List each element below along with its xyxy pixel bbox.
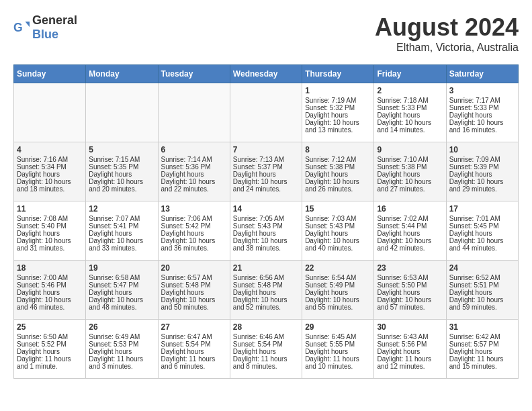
day-cell: 30Sunrise: 6:43 AMSunset: 5:56 PMDayligh…: [374, 320, 446, 379]
week-row-1: 1Sunrise: 7:19 AMSunset: 5:32 PMDaylight…: [14, 83, 519, 142]
daylight-value: Daylight: 10 hours and 59 minutes.: [449, 296, 515, 311]
day-cell: 7Sunrise: 7:13 AMSunset: 5:37 PMDaylight…: [230, 142, 302, 201]
logo: G General Blue: [13, 13, 77, 42]
daylight-label: Daylight hours: [233, 289, 299, 296]
daylight-value: Daylight: 10 hours and 14 minutes.: [377, 119, 443, 134]
day-cell: 26Sunrise: 6:49 AMSunset: 5:53 PMDayligh…: [86, 320, 158, 379]
day-number: 1: [305, 86, 371, 95]
daylight-label: Daylight hours: [377, 171, 443, 178]
day-cell: 29Sunrise: 6:45 AMSunset: 5:55 PMDayligh…: [302, 320, 374, 379]
daylight-value: Daylight: 10 hours and 52 minutes.: [233, 296, 299, 311]
day-cell: 20Sunrise: 6:57 AMSunset: 5:48 PMDayligh…: [158, 261, 230, 320]
sunset-text: Sunset: 5:46 PM: [17, 281, 83, 289]
daylight-value: Daylight: 10 hours and 29 minutes.: [449, 178, 515, 193]
sunrise-text: Sunrise: 6:50 AM: [17, 333, 83, 340]
daylight-value: Daylight: 10 hours and 24 minutes.: [233, 178, 299, 193]
daylight-value: Daylight: 10 hours and 33 minutes.: [89, 237, 154, 252]
daylight-label: Daylight hours: [305, 289, 371, 296]
daylight-label: Daylight hours: [305, 348, 371, 355]
sunset-text: Sunset: 5:34 PM: [17, 163, 83, 171]
day-number: 30: [377, 322, 443, 332]
day-number: 28: [233, 322, 299, 332]
day-cell: 15Sunrise: 7:03 AMSunset: 5:43 PMDayligh…: [302, 201, 374, 261]
daylight-label: Daylight hours: [89, 289, 154, 296]
daylight-label: Daylight hours: [89, 171, 154, 178]
day-cell: 23Sunrise: 6:53 AMSunset: 5:50 PMDayligh…: [374, 261, 446, 320]
daylight-label: Daylight hours: [449, 171, 515, 178]
logo-text-general: General: [32, 13, 77, 27]
svg-marker-1: [26, 21, 30, 27]
daylight-value: Daylight: 10 hours and 13 minutes.: [305, 119, 371, 134]
daylight-label: Daylight hours: [161, 171, 227, 178]
header-row: SundayMondayTuesdayWednesdayThursdayFrid…: [14, 65, 519, 83]
header-day-saturday: Saturday: [446, 65, 518, 83]
daylight-label: Daylight hours: [233, 171, 299, 178]
day-cell: 5Sunrise: 7:15 AMSunset: 5:35 PMDaylight…: [86, 142, 158, 201]
sunrise-text: Sunrise: 7:06 AM: [161, 215, 227, 222]
daylight-value: Daylight: 10 hours and 31 minutes.: [17, 237, 83, 252]
daylight-label: Daylight hours: [377, 230, 443, 237]
sunset-text: Sunset: 5:55 PM: [305, 340, 371, 348]
sunrise-text: Sunrise: 7:19 AM: [305, 97, 371, 104]
day-number: 11: [17, 204, 83, 214]
daylight-label: Daylight hours: [449, 230, 515, 237]
page-header: G General Blue August 2024 Eltham, Victo…: [13, 13, 519, 54]
daylight-label: Daylight hours: [449, 111, 515, 119]
header-day-thursday: Thursday: [302, 65, 374, 83]
daylight-value: Daylight: 11 hours and 8 minutes.: [233, 355, 299, 370]
header-day-sunday: Sunday: [14, 65, 86, 83]
day-cell: 2Sunrise: 7:18 AMSunset: 5:33 PMDaylight…: [374, 83, 446, 142]
sunrise-text: Sunrise: 6:49 AM: [89, 333, 154, 340]
daylight-label: Daylight hours: [17, 289, 83, 296]
sunset-text: Sunset: 5:37 PM: [233, 163, 299, 171]
sunset-text: Sunset: 5:44 PM: [377, 222, 443, 230]
day-number: 19: [89, 263, 154, 273]
sunset-text: Sunset: 5:45 PM: [449, 222, 515, 230]
day-cell: 31Sunrise: 6:42 AMSunset: 5:57 PMDayligh…: [446, 320, 518, 379]
daylight-value: Daylight: 10 hours and 38 minutes.: [233, 237, 299, 252]
sunrise-text: Sunrise: 7:00 AM: [17, 274, 83, 281]
daylight-label: Daylight hours: [305, 111, 371, 119]
sunrise-text: Sunrise: 6:53 AM: [377, 274, 443, 281]
daylight-value: Daylight: 10 hours and 36 minutes.: [161, 237, 227, 252]
sunset-text: Sunset: 5:43 PM: [233, 222, 299, 230]
day-number: 5: [89, 145, 154, 154]
sunrise-text: Sunrise: 7:10 AM: [377, 156, 443, 163]
sunset-text: Sunset: 5:40 PM: [17, 222, 83, 230]
sunrise-text: Sunrise: 7:15 AM: [89, 156, 154, 163]
logo-text-blue: Blue: [32, 28, 58, 41]
day-cell: 8Sunrise: 7:12 AMSunset: 5:38 PMDaylight…: [302, 142, 374, 201]
day-cell: 27Sunrise: 6:47 AMSunset: 5:54 PMDayligh…: [158, 320, 230, 379]
sunrise-text: Sunrise: 6:45 AM: [305, 333, 371, 340]
day-cell: 14Sunrise: 7:05 AMSunset: 5:43 PMDayligh…: [230, 201, 302, 261]
day-number: 8: [305, 145, 371, 154]
sunrise-text: Sunrise: 6:43 AM: [377, 333, 443, 340]
daylight-label: Daylight hours: [89, 348, 154, 355]
daylight-value: Daylight: 11 hours and 12 minutes.: [377, 355, 443, 370]
sunrise-text: Sunrise: 7:12 AM: [305, 156, 371, 163]
daylight-value: Daylight: 11 hours and 3 minutes.: [89, 355, 154, 370]
daylight-value: Daylight: 10 hours and 55 minutes.: [305, 296, 371, 311]
day-cell: 3Sunrise: 7:17 AMSunset: 5:33 PMDaylight…: [446, 83, 518, 142]
daylight-label: Daylight hours: [449, 348, 515, 355]
day-cell: 10Sunrise: 7:09 AMSunset: 5:39 PMDayligh…: [446, 142, 518, 201]
day-number: 20: [161, 263, 227, 273]
daylight-label: Daylight hours: [17, 230, 83, 237]
sunrise-text: Sunrise: 7:18 AM: [377, 97, 443, 104]
sunset-text: Sunset: 5:35 PM: [89, 163, 154, 171]
daylight-value: Daylight: 11 hours and 15 minutes.: [449, 355, 515, 370]
day-cell: 24Sunrise: 6:52 AMSunset: 5:51 PMDayligh…: [446, 261, 518, 320]
daylight-label: Daylight hours: [305, 230, 371, 237]
day-cell: [230, 83, 302, 142]
sunrise-text: Sunrise: 7:07 AM: [89, 215, 154, 222]
header-day-friday: Friday: [374, 65, 446, 83]
day-cell: 25Sunrise: 6:50 AMSunset: 5:52 PMDayligh…: [14, 320, 86, 379]
sunrise-text: Sunrise: 6:54 AM: [305, 274, 371, 281]
location-subtitle: Eltham, Victoria, Australia: [375, 42, 519, 54]
title-block: August 2024 Eltham, Victoria, Australia: [375, 13, 519, 54]
calendar-table: SundayMondayTuesdayWednesdayThursdayFrid…: [13, 64, 519, 379]
day-number: 6: [161, 145, 227, 154]
sunrise-text: Sunrise: 6:52 AM: [449, 274, 515, 281]
sunrise-text: Sunrise: 7:13 AM: [233, 156, 299, 163]
day-number: 7: [233, 145, 299, 154]
